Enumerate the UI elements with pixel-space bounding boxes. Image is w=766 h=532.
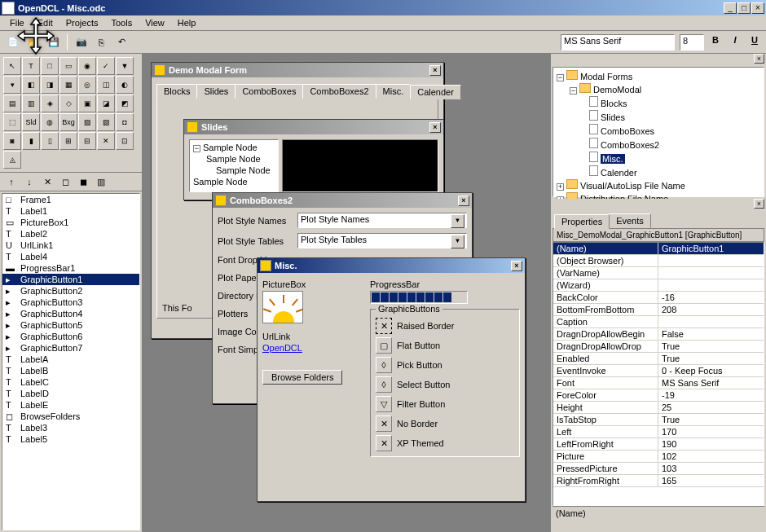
property-row[interactable]: Caption xyxy=(553,316,764,328)
palette-tool-3[interactable]: ▭ xyxy=(59,57,77,75)
tree-node[interactable]: Blocks xyxy=(555,95,762,109)
property-value[interactable]: 103 xyxy=(658,463,764,474)
property-row[interactable]: LeftFromRight190 xyxy=(553,438,764,451)
palette-tool-27[interactable]: ◘ xyxy=(116,113,134,131)
expand-icon[interactable]: + xyxy=(557,183,564,191)
minimize-button[interactable]: _ xyxy=(724,2,737,14)
tree-node-label[interactable]: Sample Node xyxy=(203,143,258,152)
tab-slides[interactable]: Slides xyxy=(196,84,236,99)
window-demo-modal-title[interactable]: Demo Modal Form × xyxy=(152,63,443,77)
controls-list[interactable]: □Frame1TLabel1▭PictureBox1TLabel2UUrlLin… xyxy=(2,193,140,530)
tb-copy-icon[interactable]: ⎘ xyxy=(92,33,111,51)
close-icon[interactable]: × xyxy=(429,65,441,76)
tb-camera-icon[interactable]: 📷 xyxy=(72,33,90,51)
property-value[interactable]: MS Sans Serif xyxy=(658,377,764,389)
property-value[interactable] xyxy=(658,279,764,291)
tree-node-label[interactable]: Sample Node xyxy=(206,154,261,164)
palette-tool-21[interactable]: ⬚ xyxy=(3,113,21,131)
list-item[interactable]: TLabel3 xyxy=(2,422,139,433)
palette-tool-5[interactable]: ✓ xyxy=(97,57,115,75)
combo-1[interactable]: Plot Style Tables xyxy=(297,233,467,248)
graphic-button-icon[interactable]: ▽ xyxy=(376,396,392,412)
graphic-button-icon[interactable]: ◊ xyxy=(376,376,392,393)
palette-tool-6[interactable]: ▼ xyxy=(116,57,134,75)
tree-node[interactable]: Slides xyxy=(555,109,762,123)
palette-tool-30[interactable]: ▯ xyxy=(41,132,59,150)
list-item[interactable]: ▭PictureBox1 xyxy=(2,217,139,228)
property-row[interactable]: RightFromRight165 xyxy=(553,475,764,487)
list-item[interactable]: TLabel5 xyxy=(2,433,139,445)
property-value[interactable] xyxy=(658,316,764,328)
menu-tools[interactable]: Tools xyxy=(104,16,139,29)
palette-tool-20[interactable]: ◩ xyxy=(116,95,134,112)
property-row[interactable]: DragnDropAllowDropTrue xyxy=(553,341,764,353)
property-row[interactable]: (VarName) xyxy=(553,267,764,279)
palette-tool-7[interactable]: ▾ xyxy=(3,76,21,94)
tb-save-icon[interactable]: 💾 xyxy=(44,33,63,51)
list-tool-0[interactable]: ↑ xyxy=(3,174,20,189)
tree-node-label[interactable]: Modal Forms xyxy=(580,72,632,81)
list-item[interactable]: ▸GraphicButton5 xyxy=(2,319,139,331)
project-tree[interactable]: −Modal Forms −DemoModal BlocksSlidesComb… xyxy=(552,67,764,197)
list-tool-2[interactable]: ✕ xyxy=(39,174,55,189)
list-item[interactable]: ▸GraphicButton4 xyxy=(2,308,139,319)
window-misc[interactable]: Misc. × PictureBox UrlLink OpenDCL Brows… xyxy=(257,257,526,502)
property-value[interactable]: -19 xyxy=(658,389,764,401)
palette-tool-22[interactable]: Sld xyxy=(22,113,40,131)
tab-misc.[interactable]: Misc. xyxy=(376,84,412,99)
tree-node[interactable]: ComboBoxes2 xyxy=(555,137,762,151)
slides-tree[interactable]: −Sample Node Sample Node Sample Node Sam… xyxy=(189,139,279,192)
property-value[interactable]: 165 xyxy=(658,475,764,486)
close-icon[interactable]: × xyxy=(511,261,522,271)
menu-view[interactable]: View xyxy=(139,16,171,29)
palette-tool-8[interactable]: ◧ xyxy=(22,76,40,94)
window-misc-title[interactable]: Misc. × xyxy=(258,258,525,273)
property-row[interactable]: PressedPicture103 xyxy=(553,463,764,475)
tab-events[interactable]: Events xyxy=(609,213,651,228)
tree-node[interactable]: ComboBoxes xyxy=(555,123,762,137)
graphic-button-icon[interactable]: ✕ xyxy=(376,435,392,451)
property-value[interactable]: 190 xyxy=(658,438,764,450)
window-slides[interactable]: Slides × −Sample Node Sample Node Sample… xyxy=(183,119,444,200)
tab-blocks[interactable]: Blocks xyxy=(156,84,197,99)
list-item[interactable]: ▸GraphicButton3 xyxy=(2,297,139,308)
palette-tool-35[interactable]: ◬ xyxy=(3,151,21,169)
property-row[interactable]: BackColor-16 xyxy=(553,292,764,304)
property-row[interactable]: EventInvoke0 - Keep Focus xyxy=(553,365,764,377)
list-item[interactable]: TLabelC xyxy=(2,376,139,388)
palette-tool-4[interactable]: ◉ xyxy=(78,57,96,75)
palette-tool-11[interactable]: ◎ xyxy=(78,76,96,94)
palette-tool-19[interactable]: ◪ xyxy=(97,95,115,112)
tab-comboboxes2[interactable]: ComboBoxes2 xyxy=(302,84,376,99)
font-size-combo[interactable]: 8 xyxy=(680,34,704,51)
palette-tool-2[interactable]: □ xyxy=(41,57,59,75)
property-value[interactable]: True xyxy=(658,353,764,364)
property-value[interactable] xyxy=(658,255,764,266)
palette-tool-1[interactable]: T xyxy=(22,57,40,75)
tab-comboboxes[interactable]: ComboBoxes xyxy=(235,84,303,99)
underline-button[interactable]: U xyxy=(746,34,763,51)
palette-tool-25[interactable]: ▧ xyxy=(78,113,96,131)
list-tool-3[interactable]: ◻ xyxy=(57,174,73,189)
tree-node[interactable]: Misc. xyxy=(555,151,762,165)
palette-tool-16[interactable]: ◈ xyxy=(41,95,59,112)
property-row[interactable]: FontMS Sans Serif xyxy=(553,377,764,389)
tree-node-label[interactable]: Sample Node xyxy=(193,177,248,187)
property-row[interactable]: Height25 xyxy=(553,402,764,414)
list-item[interactable]: □Frame1 xyxy=(2,194,139,205)
graphic-button-icon[interactable]: ✕ xyxy=(376,415,392,432)
list-item[interactable]: TLabelB xyxy=(2,365,139,376)
property-row[interactable]: BottomFromBottom208 xyxy=(553,304,764,316)
palette-tool-28[interactable]: ◙ xyxy=(3,132,21,150)
tree-node-label[interactable]: Visual/AutoLisp File Name xyxy=(580,181,685,191)
property-value[interactable]: 208 xyxy=(658,304,764,315)
property-row[interactable]: (Object Browser) xyxy=(553,255,764,267)
property-row[interactable]: ForeColor-19 xyxy=(553,389,764,402)
close-icon[interactable]: × xyxy=(754,199,764,209)
close-icon[interactable]: × xyxy=(754,54,764,64)
italic-button[interactable]: I xyxy=(727,34,743,51)
palette-tool-34[interactable]: ⊡ xyxy=(116,132,134,150)
font-family-combo[interactable]: MS Sans Serif xyxy=(561,34,675,51)
graphic-button-icon[interactable]: ▢ xyxy=(376,337,392,354)
property-row[interactable]: (Name)GraphicButton1 xyxy=(553,243,764,255)
